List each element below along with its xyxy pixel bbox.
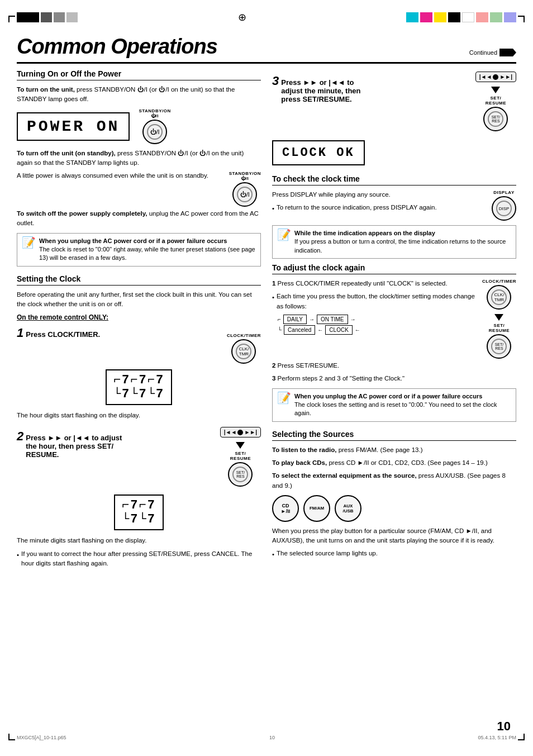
continued-arrow — [499, 49, 516, 56]
check-clock-text: Press DISPLAY while playing any source. — [272, 190, 487, 199]
play-bullet: • The selected source lamp lights up. — [272, 549, 516, 559]
radio-text: To listen to the radio, press FM/AM. (Se… — [272, 445, 516, 455]
timing-daily: DAILY — [283, 315, 307, 324]
page-title-area: Common Operations Continued — [17, 35, 516, 64]
play-text: When you press the play button for a par… — [272, 526, 516, 546]
timing-diagram: ⌐ DAILY → ON TIME → └ Canceled ← CLOCK ← — [278, 315, 478, 335]
adjust-step2: 2 Press SET/RESUME. — [272, 361, 516, 370]
corner-mark-bl — [8, 734, 15, 740]
step1-display: ⌐7⌐7⌐7└7└7└7 — [17, 366, 261, 408]
step1-sub-text: The hour digits start flashing on the di… — [17, 411, 261, 420]
section-title-clock: Setting the Clock — [17, 274, 261, 286]
footer-left: MXGC5[A]_10-11.p65 — [17, 735, 66, 740]
step2-display: ⌐7⌐7└7└7 — [17, 491, 261, 534]
compass-symbol: ⊕ — [238, 11, 246, 23]
turn-off-text: To turn off the unit (on standby), press… — [17, 149, 261, 168]
right-color-bar — [406, 12, 516, 22]
notes-box-1: 📝 When you unplug the AC power cord or i… — [17, 233, 261, 267]
standby-btn-2-area: A little power is always consumed even w… — [17, 171, 261, 207]
check-clock-area: Press DISPLAY while playing any source. … — [272, 190, 516, 221]
step-1-line: 1 Press CLOCK/TIMER. CLOCK/TIMER CLK/TMR — [17, 326, 261, 364]
page-title: Common Operations — [17, 35, 217, 59]
down-arrow-2 — [494, 314, 503, 321]
adjust-clock-bullet: • Each time you press the button, the cl… — [272, 292, 478, 311]
set-resume-btn-2: SET/RESUME SET/RES — [487, 323, 511, 359]
clock-timer-btn: CLOCK/TIMER CLK/TMR — [227, 333, 261, 364]
timing-on-time: ON TIME — [317, 315, 348, 324]
footer-center: 10 — [269, 735, 275, 740]
prev-next-strip: |◄◄ ►►| — [220, 427, 261, 438]
footer-right: 05.4.13, 5:11 PM — [478, 735, 516, 740]
notes-box-3: 📝 When you unplug the AC power cord or i… — [272, 388, 516, 422]
adjust-step3: 3 Perform steps 2 and 3 of "Setting the … — [272, 374, 516, 383]
step2-buttons: |◄◄ ►►| SET/RESUME SET/RES — [220, 425, 261, 487]
ext-text: To select the external equipment as the … — [272, 471, 516, 491]
power-on-display-area: POWER ON STANDBY/ON⏻/I ⏻/I — [17, 108, 261, 145]
continued-label: Continued — [469, 49, 516, 56]
adjust-clock-step1: 1 Press CLOCK/TIMER repeatedly until "CL… — [272, 279, 516, 359]
step2-bullet: • If you want to correct the hour after … — [17, 549, 261, 569]
clock-ok-display: CLOCK OK — [272, 136, 516, 170]
clock-intro: Before operating the unit any further, f… — [17, 290, 261, 310]
standby-btn-2: STANDBY/ON⏻/I ⏻/I — [229, 171, 261, 207]
corner-mark-tl — [8, 16, 15, 22]
display-btn: DISPLAY DISP — [492, 190, 516, 221]
timing-canceled: Canceled — [284, 325, 315, 335]
timing-clock: CLOCK — [325, 325, 352, 335]
right-column: 3 Press ►► or |◄◄ toadjust the minute, t… — [272, 69, 516, 569]
notes-icon-2: 📝 — [277, 229, 291, 240]
corner-mark-br — [518, 734, 525, 740]
down-arrow — [236, 442, 245, 449]
notes-icon-3: 📝 — [277, 392, 291, 403]
adjust-clock-title: To adjust the clock again — [272, 263, 516, 274]
bottom-footer: MXGC5[A]_10-11.p65 10 05.4.13, 5:11 PM — [17, 735, 516, 740]
left-column: Turning On or Off the Power To turn on t… — [17, 69, 261, 569]
clock-timer-btn-2: CLOCK/TIMER CLK/TMR SET/RESUME SET/RES — [482, 279, 516, 359]
fmam-button: FM/AM — [303, 495, 330, 522]
step2-sub-text: The minute digits start flashing on the … — [17, 536, 261, 545]
notes-box-2: 📝 While the time indication appears on t… — [272, 225, 516, 259]
cd-text: To play back CDs, press CD ►/II or CD1, … — [272, 458, 516, 468]
set-resume-btn: SET/RESUME SET/RES — [228, 451, 253, 487]
notes-icon-1: 📝 — [22, 237, 36, 248]
step3-buttons: |◄◄ ►►| SET/RESUME SET/RES — [475, 69, 516, 131]
section-title-power: Turning On or Off the Power — [17, 69, 261, 80]
step-2-area: 2 Press ►► or |◄◄ to adjustthe hour, the… — [17, 425, 261, 487]
aux-usb-button: AUX /USB — [335, 495, 361, 522]
check-clock-title: To check the clock time — [272, 174, 516, 186]
check-clock-bullet: • To return to the source indication, pr… — [272, 203, 487, 213]
corner-mark-tr — [518, 16, 525, 22]
source-buttons: CD ►/II FM/AM AUX /USB — [272, 495, 516, 522]
step-3-area: 3 Press ►► or |◄◄ toadjust the minute, t… — [272, 69, 516, 131]
power-on-display: POWER ON — [17, 112, 130, 141]
standby-btn-1: STANDBY/ON⏻/I ⏻/I — [139, 108, 170, 144]
section-title-sources: Selecting the Sources — [272, 430, 516, 441]
cd-button: CD ►/II — [272, 495, 299, 522]
step3-prev-next-strip: |◄◄ ►►| — [475, 72, 516, 82]
turn-on-text: To turn on the unit, press STANDBY/ON ⏻/… — [17, 85, 261, 104]
top-color-bars: ⊕ — [17, 11, 516, 23]
switch-off-text: To switch off the power supply completel… — [17, 209, 261, 229]
step3-down-arrow — [491, 87, 500, 93]
page-number: 10 — [497, 719, 511, 734]
remote-only-label: On the remote control ONLY: — [17, 313, 261, 321]
step3-set-resume-btn: SET/RESUME SET/RES — [483, 96, 508, 131]
left-color-bar — [17, 12, 78, 22]
